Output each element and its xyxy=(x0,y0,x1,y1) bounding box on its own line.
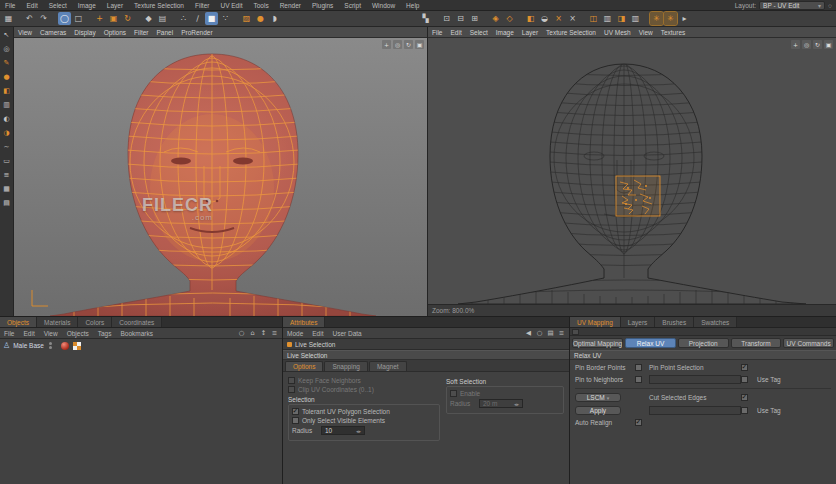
filter-icon[interactable]: ▤ xyxy=(546,329,555,338)
cut-selected-edges-checkbox[interactable] xyxy=(741,394,748,401)
snap-icon[interactable]: ▸ xyxy=(678,12,691,25)
relax-algorithm-dropdown[interactable]: LSCM ▾ xyxy=(575,393,621,402)
rotate-view-icon[interactable]: ↻ xyxy=(404,40,413,49)
layout-dropdown[interactable]: BP - UV Edit ▾ xyxy=(759,1,825,10)
viewport-menu-item[interactable]: Cameras xyxy=(36,29,70,36)
menu-item[interactable]: UV Edit xyxy=(215,2,247,9)
viewport-menu-item[interactable]: View xyxy=(635,29,657,36)
menu-item[interactable]: Edit xyxy=(21,2,42,9)
menu-item[interactable]: Layer xyxy=(102,2,128,9)
menu-item[interactable]: Script xyxy=(339,2,366,9)
filter-icon[interactable]: ≡ xyxy=(270,329,279,338)
relax-brush-icon[interactable]: ✳ xyxy=(650,12,663,25)
objects-menu-item[interactable]: Objects xyxy=(63,330,93,337)
pan-view-icon[interactable]: + xyxy=(791,40,800,49)
viewport-menu-item[interactable]: Panel xyxy=(153,29,178,36)
axis-lock-icon[interactable]: ◆ xyxy=(142,12,155,25)
objects-menu-item[interactable]: Bookmarks xyxy=(116,330,157,337)
sort-icon[interactable]: ↕ xyxy=(259,329,268,338)
home-icon[interactable]: ⌂ xyxy=(248,329,257,338)
apply-button[interactable]: Apply xyxy=(575,406,621,415)
uv-mode-button[interactable]: UV Commands xyxy=(783,338,834,348)
flip-v-icon[interactable]: × xyxy=(566,12,579,25)
points-mode-icon[interactable]: ∴ xyxy=(177,12,190,25)
auto-realign-checkbox[interactable] xyxy=(635,419,642,426)
select-tool-icon[interactable]: ↖ xyxy=(0,29,13,41)
viewport-menu-item[interactable]: UV Mesh xyxy=(600,29,635,36)
search-icon[interactable]: ○ xyxy=(535,329,544,338)
material-tag-icon[interactable] xyxy=(61,342,69,350)
menu-item[interactable]: Image xyxy=(73,2,101,9)
edges-mode-icon[interactable]: ∕ xyxy=(191,12,204,25)
pin-point-selection-checkbox[interactable] xyxy=(741,364,748,371)
attributes-tab[interactable]: Attributes xyxy=(283,317,325,327)
menu-item[interactable]: Texture Selection xyxy=(129,2,189,9)
uv-panel-tab[interactable]: Swatches xyxy=(694,317,737,327)
uv-panel-tab[interactable]: Layers xyxy=(621,317,656,327)
attributes-subtab[interactable]: Snapping xyxy=(324,361,367,371)
undo-icon[interactable]: ↶ xyxy=(23,12,36,25)
menu-item[interactable]: Help xyxy=(401,2,424,9)
viewport-menu-item[interactable]: Display xyxy=(70,29,99,36)
menu-item[interactable]: Select xyxy=(44,2,72,9)
viewport-uv-canvas[interactable]: +◎↻▣ xyxy=(428,38,836,304)
search-icon[interactable]: ○ xyxy=(828,2,832,9)
viewport-menu-item[interactable]: Image xyxy=(492,29,518,36)
show-uv-mesh-icon[interactable]: ▚ xyxy=(419,12,432,25)
objects-menu-item[interactable]: View xyxy=(40,330,62,337)
use-tag2-checkbox[interactable] xyxy=(741,407,748,414)
sponge-tool-icon[interactable]: ◐ xyxy=(0,113,13,125)
objects-panel-tab[interactable]: Coordinates xyxy=(112,317,162,327)
viewport-3d-canvas[interactable]: +◎↻▣ FILECR .com xyxy=(14,38,427,316)
paint-setup-wizard-icon[interactable]: ● xyxy=(254,12,267,25)
viewport-menu-item[interactable]: Texture Selection xyxy=(542,29,600,36)
pin-to-neighbors-checkbox[interactable] xyxy=(635,376,642,383)
viewport-menu-item[interactable]: Select xyxy=(466,29,492,36)
only-select-visible-elements-checkbox[interactable] xyxy=(292,417,299,424)
dodge-tool-icon[interactable]: ◑ xyxy=(0,127,13,139)
attributes-menu-item[interactable]: User Data xyxy=(328,330,365,337)
fill-tool-icon[interactable]: ◧ xyxy=(0,85,13,97)
objects-panel-tab[interactable]: Materials xyxy=(37,317,78,327)
uv-mode-button[interactable]: Optimal Mapping xyxy=(572,338,623,348)
rotate-view-icon[interactable]: ↻ xyxy=(813,40,822,49)
uv-mode-button[interactable]: Relax UV xyxy=(625,338,676,348)
menu-item[interactable]: Tools xyxy=(248,2,273,9)
back-icon[interactable]: ◀ xyxy=(524,329,533,338)
flip-u-icon[interactable]: × xyxy=(552,12,565,25)
scale-icon[interactable]: ▣ xyxy=(107,12,120,25)
workplane-icon[interactable]: ▤ xyxy=(156,12,169,25)
smear-tool-icon[interactable]: ~ xyxy=(0,141,13,153)
menu-item[interactable]: Render xyxy=(275,2,306,9)
uv-edge-mode-icon[interactable]: ⊟ xyxy=(454,12,467,25)
menu-item[interactable]: Filter xyxy=(190,2,214,9)
polygons-mode-icon[interactable]: ■ xyxy=(205,12,218,25)
cut-edges-tag-field[interactable] xyxy=(649,406,741,415)
tolerant-uv-polygon-selection-checkbox[interactable] xyxy=(292,408,299,415)
move-icon[interactable]: + xyxy=(93,12,106,25)
attributes-subtab[interactable]: Options xyxy=(285,361,323,371)
mask-tool-icon[interactable]: ▦ xyxy=(0,183,13,195)
uv-points-mode-icon[interactable]: ∵ xyxy=(219,12,232,25)
texture-paint-icon[interactable]: ▨ xyxy=(240,12,253,25)
app-icon[interactable]: ▦ xyxy=(2,12,15,25)
viewport-menu-item[interactable]: Edit xyxy=(446,29,465,36)
pin-selection-tag-field[interactable] xyxy=(649,375,741,384)
menu-item[interactable]: Plugins xyxy=(307,2,338,9)
viewport-menu-item[interactable]: Options xyxy=(100,29,130,36)
viewport-menu-item[interactable]: ProRender xyxy=(177,29,216,36)
maximize-view-icon[interactable]: ▣ xyxy=(824,40,833,49)
unpin-points-icon[interactable]: ◇ xyxy=(503,12,516,25)
pack-islands-icon[interactable]: ✳ xyxy=(664,12,677,25)
uv-point-mode-icon[interactable]: ⊡ xyxy=(440,12,453,25)
clone-tool-icon[interactable]: ≡ xyxy=(0,169,13,181)
distribute-icon[interactable]: ▥ xyxy=(629,12,642,25)
panel-options-icon[interactable] xyxy=(572,329,579,335)
viewport-menu-item[interactable]: Textures xyxy=(657,29,690,36)
zoom-view-icon[interactable]: ◎ xyxy=(393,40,402,49)
pin-points-icon[interactable]: ◈ xyxy=(489,12,502,25)
objects-menu-item[interactable]: Tags xyxy=(94,330,116,337)
pan-view-icon[interactable]: + xyxy=(382,40,391,49)
viewport-menu-item[interactable]: File xyxy=(428,29,446,36)
uv-mode-button[interactable]: Projection xyxy=(678,338,729,348)
